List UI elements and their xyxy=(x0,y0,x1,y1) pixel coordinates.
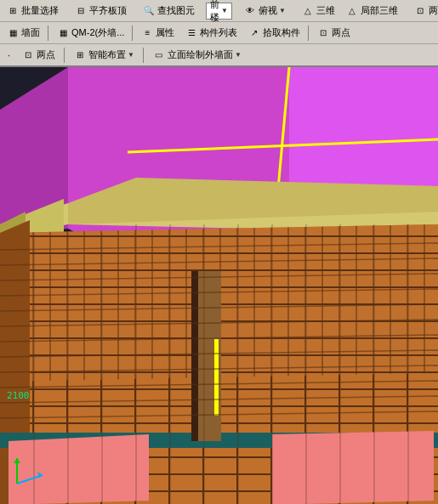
plan-icon: ⊟ xyxy=(74,4,88,18)
smartlayout-icon: ⊞ xyxy=(73,48,87,62)
find-figure-button[interactable]: 🔍 查找图元 xyxy=(138,2,199,20)
separator10 xyxy=(64,48,65,63)
viewport-3d[interactable]: 2100 xyxy=(0,67,438,504)
two-point2-button[interactable]: ⊡ 两点 xyxy=(312,24,355,42)
twopoint2-icon: ⊡ xyxy=(316,26,330,40)
3d-button[interactable]: △ 三维 xyxy=(297,2,339,20)
current-layer-dropdown[interactable]: 当前楼层 ▼ xyxy=(206,3,232,20)
layer-dropdown-arrow: ▼ xyxy=(221,7,228,14)
elevation-arrow: ▼ xyxy=(235,51,242,59)
svg-marker-23 xyxy=(272,431,434,504)
elevation-icon: ▭ xyxy=(152,48,166,62)
find-icon: 🔍 xyxy=(142,4,156,18)
local3d-icon: △ xyxy=(345,4,359,18)
property-icon: ≡ xyxy=(140,26,154,40)
3d-icon: △ xyxy=(301,4,315,18)
separator9 xyxy=(308,25,309,41)
local3d-button[interactable]: △ 局部三维 xyxy=(341,2,402,20)
smartlayout-arrow: ▼ xyxy=(128,51,134,59)
qm2-outer-button[interactable]: ▦ QM-2(外墙... xyxy=(52,24,128,42)
svg-text:2100: 2100 xyxy=(7,390,30,401)
pick-icon: ↗ xyxy=(247,26,261,40)
batch-select-icon: ⊞ xyxy=(6,4,20,18)
twopoint3-icon: ⊡ xyxy=(21,48,35,62)
wall-icon: ▦ xyxy=(6,26,20,40)
separator8 xyxy=(132,25,133,41)
smart-layout-button[interactable]: ⊞ 智能布置 ▼ xyxy=(69,46,139,65)
dot-button[interactable]: · xyxy=(3,46,14,65)
twopoint-icon: ⊡ xyxy=(413,4,427,18)
wall-button[interactable]: ▦ 墙面 xyxy=(2,24,44,42)
batch-select-button[interactable]: ⊞ 批量选择 xyxy=(2,2,63,20)
scene-svg: 2100 xyxy=(0,67,438,504)
svg-marker-22 xyxy=(9,434,149,504)
elevation-outer-button[interactable]: ▭ 立面绘制外墙面 ▼ xyxy=(148,46,246,65)
perspective-arrow: ▼ xyxy=(279,7,286,14)
pick-component-button[interactable]: ↗ 拾取构件 xyxy=(243,24,304,42)
toolbar-row2: ▦ 墙面 ▦ QM-2(外墙... ≡ 属性 ☰ 构件列表 ↗ 拾取构件 ⊡ 两… xyxy=(0,22,438,44)
separator11 xyxy=(143,48,144,63)
component-list-button[interactable]: ☰ 构件列表 xyxy=(180,24,242,42)
qm2-icon: ▦ xyxy=(56,26,70,40)
two-point-button[interactable]: ⊡ 两点 xyxy=(409,2,438,20)
property-button[interactable]: ≡ 属性 xyxy=(136,24,179,42)
perspective-button[interactable]: 👁 俯视 ▼ xyxy=(239,2,290,20)
complist-icon: ☰ xyxy=(185,26,198,40)
toolbar-row3: · ⊡ 两点 ⊞ 智能布置 ▼ ▭ 立面绘制外墙面 ▼ xyxy=(0,44,438,66)
plan-view-button[interactable]: ⊟ 平齐板顶 xyxy=(70,2,131,20)
svg-rect-26 xyxy=(214,339,219,416)
toolbar-row1: ⊞ 批量选择 ⊟ 平齐板顶 🔍 查找图元 当前楼层 ▼ 👁 俯视 ▼ △ 三维 xyxy=(0,0,438,22)
two-point3-button[interactable]: ⊡ 两点 xyxy=(17,46,60,65)
separator7 xyxy=(48,25,48,41)
eye-icon: 👁 xyxy=(243,4,257,18)
